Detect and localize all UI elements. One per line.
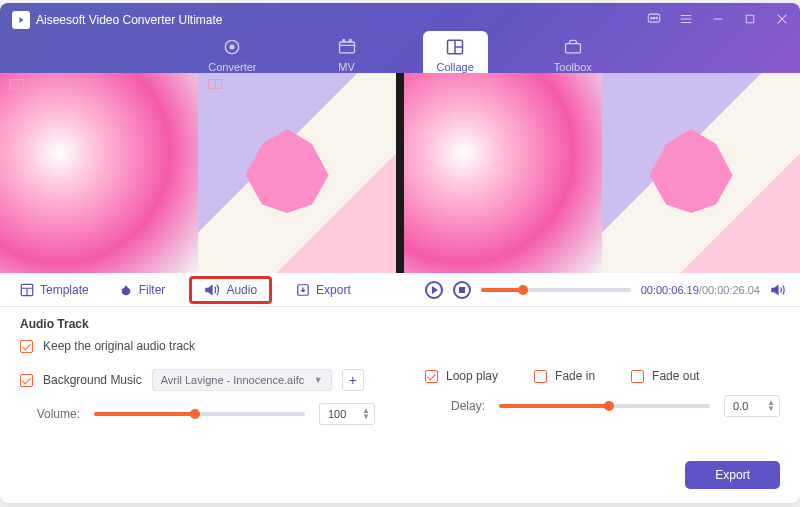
preview-strip [0,73,800,273]
maximize-icon[interactable] [742,11,758,27]
nav-converter[interactable]: Converter [194,31,270,77]
volume-value-box[interactable]: 100 ▲▼ [319,403,375,425]
fadein-label: Fade in [555,369,595,383]
collage-clip-2[interactable] [404,73,800,273]
keep-original-label: Keep the original audio track [43,339,195,353]
feedback-icon[interactable] [646,11,662,27]
main-nav: Converter MV Collage Toolbox [0,31,800,77]
subtab-filter[interactable]: Filter [113,279,172,301]
svg-rect-8 [746,15,754,23]
svg-point-1 [651,17,652,18]
fadein-checkbox[interactable] [534,370,547,383]
collage-clip-1[interactable] [0,73,396,273]
bg-music-selected: Avril Lavigne - Innocence.aifc [161,374,305,386]
template-icon [20,283,34,297]
nav-label: Toolbox [554,61,592,73]
nav-label: MV [338,61,355,73]
play-button[interactable] [425,281,443,299]
fadeout-checkbox[interactable] [631,370,644,383]
app-logo-icon [12,11,30,29]
time-current: 00:00:06.19 [641,284,699,296]
nav-toolbox[interactable]: Toolbox [540,31,606,77]
spinner-icon[interactable]: ▲▼ [362,408,370,420]
loop-checkbox[interactable] [425,370,438,383]
svg-rect-13 [339,42,354,53]
spinner-icon[interactable]: ▲▼ [767,400,775,412]
menu-icon[interactable] [678,11,694,27]
subtab-label: Audio [226,283,257,297]
nav-label: Collage [437,61,474,73]
bg-music-label: Background Music [43,373,142,387]
subtabs-row: Template Filter Audio Export 00:00:06. [0,273,800,307]
footer: Export [0,453,800,503]
volume-icon[interactable] [770,283,786,297]
converter-icon [222,37,242,57]
delay-value-box[interactable]: 0.0 ▲▼ [724,395,780,417]
keep-original-checkbox[interactable] [20,340,33,353]
app-title: Aiseesoft Video Converter Ultimate [36,13,223,27]
loop-label: Loop play [446,369,498,383]
export-button[interactable]: Export [685,461,780,489]
svg-point-15 [349,40,351,42]
audio-icon [204,283,220,297]
subtab-label: Filter [139,283,166,297]
svg-point-14 [342,40,344,42]
add-music-button[interactable]: + [342,369,364,391]
fadeout-label: Fade out [652,369,699,383]
filter-icon [119,283,133,297]
bg-music-checkbox[interactable] [20,374,33,387]
delay-label: Delay: [425,399,485,413]
nav-label: Converter [208,61,256,73]
volume-label: Volume: [20,407,80,421]
stop-button[interactable] [453,281,471,299]
export-icon [296,283,310,297]
subtab-label: Template [40,283,89,297]
volume-slider[interactable] [94,412,305,416]
mv-icon [337,37,357,57]
close-icon[interactable] [774,11,790,27]
subtab-audio[interactable]: Audio [189,276,272,304]
seek-slider[interactable] [481,288,631,292]
delay-slider[interactable] [499,404,710,408]
subtab-export[interactable]: Export [290,279,357,301]
collage-icon [445,37,465,57]
chevron-down-icon: ▼ [314,375,323,385]
svg-point-3 [656,17,657,18]
volume-value: 100 [328,408,346,420]
nav-collage[interactable]: Collage [423,31,488,77]
time-display: 00:00:06.19/00:00:26.04 [641,284,760,296]
toolbox-icon [563,37,583,57]
bg-music-dropdown[interactable]: Avril Lavigne - Innocence.aifc ▼ [152,369,332,391]
layout-icon [208,79,222,89]
svg-rect-19 [565,44,580,53]
svg-point-12 [231,45,235,49]
nav-mv[interactable]: MV [323,31,371,77]
audio-panel: Audio Track Keep the original audio trac… [0,307,800,453]
svg-point-2 [653,17,654,18]
subtab-label: Export [316,283,351,297]
subtab-template[interactable]: Template [14,279,95,301]
delay-value: 0.0 [733,400,748,412]
titlebar: Aiseesoft Video Converter Ultimate [0,3,800,73]
time-total: 00:00:26.04 [702,284,760,296]
panel-heading: Audio Track [20,317,780,331]
layout-icon [10,79,24,89]
minimize-icon[interactable] [710,11,726,27]
app-window: Aiseesoft Video Converter Ultimate [0,3,800,503]
